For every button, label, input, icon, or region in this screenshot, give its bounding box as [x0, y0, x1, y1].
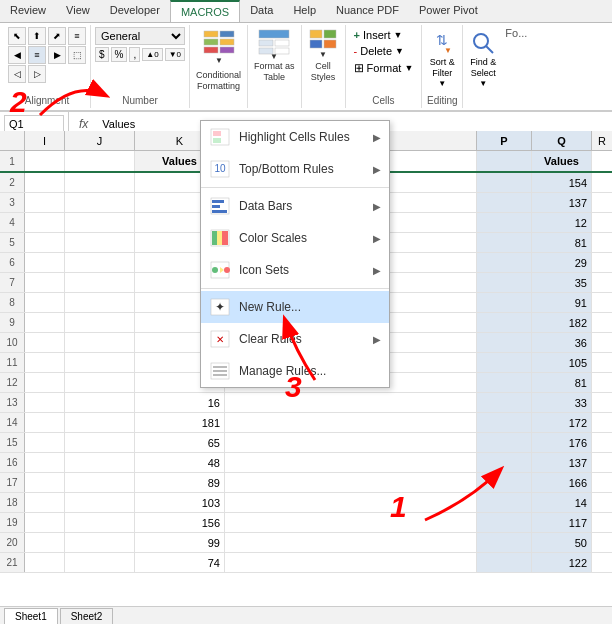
- cell-q[interactable]: 182: [532, 313, 592, 332]
- cell-k[interactable]: 16: [135, 393, 225, 412]
- tab-nuance[interactable]: Nuance PDF: [326, 0, 409, 22]
- cell-k[interactable]: 181: [135, 413, 225, 432]
- cell-q[interactable]: 166: [532, 473, 592, 492]
- cell-q[interactable]: 105: [532, 353, 592, 372]
- find-select-btn[interactable]: Find &Select ▼: [467, 27, 499, 90]
- dollar-btn[interactable]: $: [95, 47, 109, 62]
- cell-i: [25, 533, 65, 552]
- row-num: 14: [0, 413, 25, 432]
- cell-q[interactable]: 35: [532, 273, 592, 292]
- align-top-left-btn[interactable]: ⬉: [8, 27, 26, 45]
- align-left-btn[interactable]: ◀: [8, 46, 26, 64]
- cell-j: [65, 413, 135, 432]
- menu-top-bottom[interactable]: 10 Top/Bottom Rules ▶: [201, 153, 389, 185]
- tab-data[interactable]: Data: [240, 0, 283, 22]
- cell-q[interactable]: 137: [532, 193, 592, 212]
- sheet-tab-1[interactable]: Sheet1: [4, 608, 58, 624]
- cell-k[interactable]: 48: [135, 453, 225, 472]
- cell-q[interactable]: 12: [532, 213, 592, 232]
- cell-q[interactable]: 154: [532, 173, 592, 192]
- format-arrow[interactable]: ▼: [404, 63, 413, 73]
- cell-k[interactable]: 89: [135, 473, 225, 492]
- cell-q[interactable]: 172: [532, 413, 592, 432]
- cell-r: [592, 253, 612, 272]
- row-1-num: 1: [0, 151, 25, 171]
- cell-q[interactable]: 81: [532, 233, 592, 252]
- cell-i: [25, 513, 65, 532]
- alignment-group: ⬉ ⬆ ⬈ ≡ ◀ ≡ ▶ ⬚ ◁ ▷ Alignment: [4, 25, 91, 108]
- menu-color-scales[interactable]: Color Scales ▶: [201, 222, 389, 254]
- number-format-select[interactable]: General: [95, 27, 185, 45]
- align-row-1: ⬉ ⬆ ⬈ ≡: [8, 27, 86, 45]
- insert-arrow[interactable]: ▼: [394, 30, 403, 40]
- sort-filter-btn[interactable]: ⇅ ▼ Sort &Filter ▼: [426, 27, 458, 90]
- col-r-header: R: [592, 131, 612, 150]
- row-num: 15: [0, 433, 25, 452]
- table-row: 1789166: [0, 473, 612, 493]
- merge-btn[interactable]: ⬚: [68, 46, 86, 64]
- tab-help[interactable]: Help: [283, 0, 326, 22]
- indent-decrease-btn[interactable]: ◁: [8, 65, 26, 83]
- cell-q[interactable]: 36: [532, 333, 592, 352]
- menu-data-bars[interactable]: Data Bars ▶: [201, 190, 389, 222]
- comma-btn[interactable]: ,: [129, 47, 140, 62]
- align-top-right-btn[interactable]: ⬈: [48, 27, 66, 45]
- dec-increase-btn[interactable]: ▲0: [142, 48, 162, 61]
- percent-btn[interactable]: %: [111, 47, 128, 62]
- menu-manage-rules[interactable]: Manage Rules...: [201, 355, 389, 387]
- cell-q[interactable]: 50: [532, 533, 592, 552]
- menu-clear-rules[interactable]: ✕ Clear Rules ▶: [201, 323, 389, 355]
- cell-r: [592, 493, 612, 512]
- sheet-tab-2[interactable]: Sheet2: [60, 608, 114, 624]
- cell-k[interactable]: 156: [135, 513, 225, 532]
- cell-i: [25, 313, 65, 332]
- cell-q[interactable]: 33: [532, 393, 592, 412]
- delete-btn[interactable]: - Delete ▼: [352, 43, 416, 59]
- cell-k[interactable]: 103: [135, 493, 225, 512]
- sort-icon: ⇅ ▼: [428, 29, 456, 57]
- delete-arrow[interactable]: ▼: [395, 46, 404, 56]
- svg-text:▼: ▼: [319, 50, 327, 59]
- tab-view[interactable]: View: [56, 0, 100, 22]
- cell-k[interactable]: 65: [135, 433, 225, 452]
- cell-q[interactable]: 176: [532, 433, 592, 452]
- sort-arrow[interactable]: ▼: [438, 79, 446, 88]
- name-box[interactable]: [4, 115, 64, 133]
- cell-q[interactable]: 29: [532, 253, 592, 272]
- dec-decrease-btn[interactable]: ▼0: [165, 48, 185, 61]
- align-center-btn[interactable]: ≡: [28, 46, 46, 64]
- tab-macros[interactable]: MACROS: [170, 0, 240, 22]
- conditional-formatting-group[interactable]: ▼ ConditionalFormatting: [190, 25, 248, 108]
- tab-developer[interactable]: Developer: [100, 0, 170, 22]
- menu-highlight-cells[interactable]: Highlight Cells Rules ▶: [201, 121, 389, 153]
- cell-styles-group[interactable]: ▼ CellStyles: [302, 25, 346, 108]
- cell-k[interactable]: 99: [135, 533, 225, 552]
- cell-j: [65, 193, 135, 212]
- cell-q[interactable]: 122: [532, 553, 592, 572]
- format-btn[interactable]: ⊞ Format ▼: [352, 59, 416, 77]
- indent-increase-btn[interactable]: ▷: [28, 65, 46, 83]
- format-as-table-group[interactable]: ▼ Format asTable: [248, 25, 302, 108]
- cell-l: [225, 433, 477, 452]
- cell-p: [477, 513, 532, 532]
- cell-k[interactable]: 74: [135, 553, 225, 572]
- cell-r: [592, 353, 612, 372]
- cell-q[interactable]: 117: [532, 513, 592, 532]
- insert-btn[interactable]: + Insert ▼: [352, 27, 416, 43]
- cell-q[interactable]: 81: [532, 373, 592, 392]
- cell-q[interactable]: 137: [532, 453, 592, 472]
- cell-p: [477, 233, 532, 252]
- cell-q[interactable]: 91: [532, 293, 592, 312]
- align-top-center-btn[interactable]: ⬆: [28, 27, 46, 45]
- menu-icon-sets[interactable]: Icon Sets ▶: [201, 254, 389, 286]
- clear-rules-arrow: ▶: [373, 334, 381, 345]
- tab-powerpivot[interactable]: Power Pivot: [409, 0, 488, 22]
- cf-btn-container[interactable]: ▼: [202, 29, 236, 70]
- align-right-btn[interactable]: ▶: [48, 46, 66, 64]
- wrap-text-btn[interactable]: ≡: [68, 27, 86, 45]
- find-arrow[interactable]: ▼: [479, 79, 487, 88]
- cell-i: [25, 293, 65, 312]
- menu-new-rule[interactable]: ✦ New Rule...: [201, 291, 389, 323]
- tab-review[interactable]: Review: [0, 0, 56, 22]
- cell-q[interactable]: 14: [532, 493, 592, 512]
